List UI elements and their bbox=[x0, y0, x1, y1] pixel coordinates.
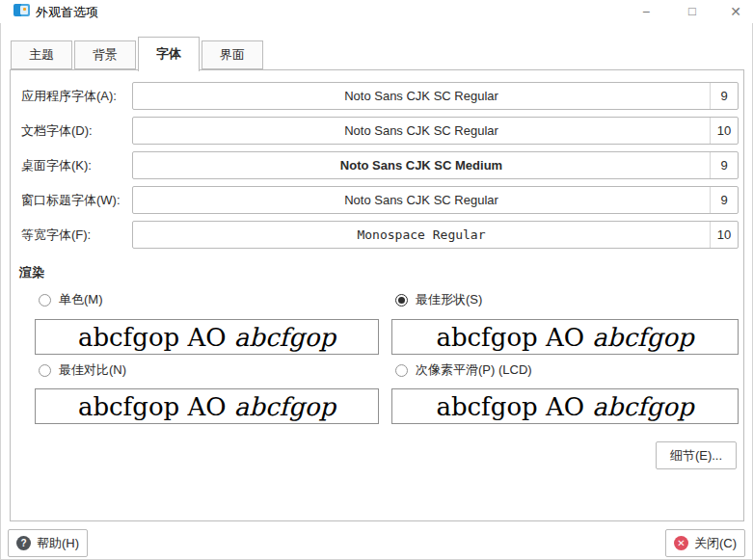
details-button[interactable]: 细节(E)... bbox=[656, 441, 737, 469]
document-font-label: 文档字体(D): bbox=[21, 117, 93, 145]
tab-interface[interactable]: 界面 bbox=[202, 40, 263, 69]
sample-text-regular: abcfgop AO bbox=[436, 392, 592, 421]
radio-icon bbox=[395, 364, 408, 377]
maximize-icon[interactable]: □ bbox=[680, 0, 705, 22]
app-icon bbox=[13, 4, 30, 16]
font-picker-window-title[interactable]: Noto Sans CJK SC Regular 9 bbox=[132, 186, 739, 214]
font-name: Noto Sans CJK SC Regular bbox=[133, 123, 710, 138]
radio-subpixel-lcd[interactable]: 次像素平滑(P) (LCD) bbox=[395, 362, 532, 378]
radio-label: 最佳对比(N) bbox=[59, 361, 126, 379]
radio-label: 最佳形状(S) bbox=[416, 291, 482, 308]
sample-text-regular: abcfgop AO bbox=[436, 323, 592, 352]
font-size-value: 9 bbox=[710, 152, 738, 178]
tab-fonts[interactable]: 字体 bbox=[138, 37, 200, 71]
font-sample-monochrome: abcfgop AO abcfgop bbox=[35, 319, 379, 355]
desktop-font-label: 桌面字体(K): bbox=[21, 151, 92, 179]
font-size-value: 9 bbox=[710, 187, 738, 213]
font-name: Noto Sans CJK SC Regular bbox=[133, 193, 710, 207]
font-sample-subpixel: abcfgop AO abcfgop bbox=[391, 388, 739, 424]
sample-text-italic: abcfgop bbox=[234, 392, 336, 421]
sample-text-italic: abcfgop bbox=[234, 323, 336, 352]
minimize-icon[interactable]: − bbox=[633, 0, 659, 22]
help-button[interactable]: ? 帮助(H) bbox=[8, 529, 88, 557]
close-icon: ✕ bbox=[674, 536, 688, 550]
font-size-value: 10 bbox=[710, 118, 738, 144]
radio-icon bbox=[39, 364, 51, 377]
radio-best-contrast[interactable]: 最佳对比(N) bbox=[39, 362, 126, 378]
window-title-font-label: 窗口标题字体(W): bbox=[21, 186, 121, 214]
font-size-value: 10 bbox=[710, 222, 738, 248]
sample-text-regular: abcfgop AO bbox=[78, 323, 234, 352]
font-picker-document[interactable]: Noto Sans CJK SC Regular 10 bbox=[132, 117, 739, 145]
tab-theme[interactable]: 主题 bbox=[11, 40, 72, 69]
titlebar: 外观首选项 − □ ✕ bbox=[0, 0, 753, 23]
help-icon: ? bbox=[16, 536, 31, 550]
monospace-font-label: 等宽字体(F): bbox=[21, 221, 91, 249]
close-button[interactable]: ✕ 关闭(C) bbox=[665, 529, 745, 557]
close-button-label: 关闭(C) bbox=[694, 535, 737, 552]
font-name: Monospace Regular bbox=[133, 227, 710, 242]
font-name: Noto Sans CJK SC Regular bbox=[133, 89, 710, 103]
font-size-value: 9 bbox=[710, 83, 738, 109]
radio-label: 次像素平滑(P) (LCD) bbox=[416, 361, 532, 379]
app-icon-dot bbox=[23, 8, 26, 11]
font-picker-application[interactable]: Noto Sans CJK SC Regular 9 bbox=[132, 82, 739, 110]
appearance-preferences-window: 外观首选项 − □ ✕ 主题 背景 字体 界面 应用程序字体(A): Noto … bbox=[0, 0, 753, 560]
radio-monochrome[interactable]: 单色(M) bbox=[39, 292, 103, 307]
sample-text-italic: abcfgop bbox=[592, 392, 693, 421]
font-sample-best-contrast: abcfgop AO abcfgop bbox=[35, 388, 379, 424]
radio-label: 单色(M) bbox=[59, 291, 103, 308]
close-window-icon[interactable]: ✕ bbox=[723, 0, 748, 22]
font-sample-best-shapes: abcfgop AO abcfgop bbox=[391, 319, 739, 355]
font-name: Noto Sans CJK SC Medium bbox=[133, 158, 710, 173]
font-picker-monospace[interactable]: Monospace Regular 10 bbox=[132, 221, 739, 249]
sample-text-regular: abcfgop AO bbox=[78, 392, 234, 421]
application-font-label: 应用程序字体(A): bbox=[21, 82, 117, 110]
rendering-section-label: 渲染 bbox=[19, 264, 44, 281]
sample-text-italic: abcfgop bbox=[592, 323, 693, 352]
radio-icon bbox=[395, 294, 408, 307]
font-picker-desktop[interactable]: Noto Sans CJK SC Medium 9 bbox=[132, 151, 739, 179]
tab-background[interactable]: 背景 bbox=[74, 40, 136, 69]
radio-icon bbox=[39, 294, 51, 307]
help-button-label: 帮助(H) bbox=[37, 535, 79, 552]
radio-best-shapes[interactable]: 最佳形状(S) bbox=[395, 292, 482, 307]
window-title: 外观首选项 bbox=[36, 4, 98, 21]
